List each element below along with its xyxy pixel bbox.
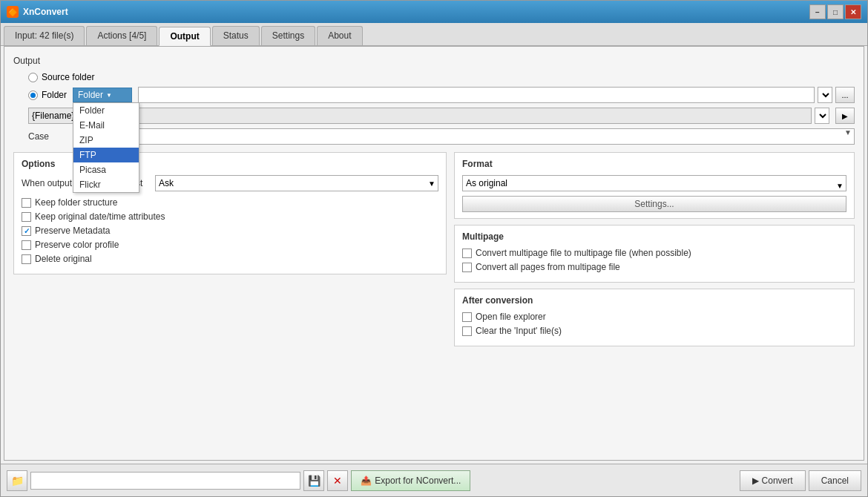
minimize-button[interactable]: − <box>809 4 826 19</box>
title-bar: 🔶 XnConvert − □ ✕ <box>1 1 867 23</box>
format-panel: Format As original JPEG PNG TIFF BMP GIF… <box>454 152 855 219</box>
delete-button[interactable]: ✕ <box>327 470 348 491</box>
source-folder-label: Source folder <box>42 72 94 82</box>
folder-dropdown[interactable]: Folder ▼ <box>73 88 132 102</box>
keep-date-row: Keep original date/time attributes <box>22 211 438 222</box>
open-explorer-row: Open file explorer <box>462 312 846 322</box>
dropdown-item-zip[interactable]: ZIP <box>73 133 139 148</box>
keep-folder-row: Keep folder structure <box>22 197 438 208</box>
when-exists-select[interactable]: Ask Overwrite Skip Rename <box>155 175 438 191</box>
output-section-label: Output <box>13 56 855 66</box>
content-layout: Options When output files already exist … <box>13 152 855 346</box>
export-icon: 📤 <box>361 475 372 486</box>
folder-path-input[interactable] <box>138 87 815 103</box>
convert-button[interactable]: ▶ Convert <box>740 470 806 491</box>
tab-settings[interactable]: Settings <box>261 26 315 45</box>
delete-original-row: Delete original <box>22 254 438 264</box>
open-explorer-checkbox[interactable] <box>462 312 472 322</box>
folder-icon: 📁 <box>11 475 24 487</box>
tab-output[interactable]: Output <box>159 27 210 46</box>
preserve-color-label: Preserve color profile <box>35 240 119 250</box>
path-row: ... <box>138 87 855 103</box>
clear-input-checkbox[interactable] <box>462 326 472 336</box>
preserve-metadata-label: Preserve Metadata <box>35 226 110 236</box>
keep-folder-checkbox[interactable] <box>22 198 31 208</box>
tab-actions[interactable]: Actions [4/5] <box>86 26 157 45</box>
folder-radio[interactable] <box>28 90 38 100</box>
open-explorer-label: Open file explorer <box>476 312 546 322</box>
preserve-color-row: Preserve color profile <box>22 240 438 250</box>
convert-all-pages-checkbox[interactable] <box>462 263 472 272</box>
export-label: Export for NConvert... <box>375 475 461 486</box>
tab-status[interactable]: Status <box>212 26 260 45</box>
folder-dropdown-value: Folder <box>78 90 103 100</box>
convert-icon: ▶ <box>752 475 759 486</box>
folder-path-dropdown[interactable] <box>818 87 832 103</box>
tab-bar: Input: 42 file(s) Actions [4/5] Output S… <box>1 23 867 46</box>
convert-label: Convert <box>762 475 793 486</box>
multipage-title: Multipage <box>462 231 846 242</box>
clear-input-row: Clear the 'Input' file(s) <box>462 326 846 336</box>
delete-original-label: Delete original <box>35 254 92 264</box>
main-window: 🔶 XnConvert − □ ✕ Input: 42 file(s) Acti… <box>0 0 868 497</box>
window-title: XnConvert <box>23 7 809 17</box>
folder-dropdown-wrapper: Folder ▼ Folder E-Mail ZIP FTP Picasa Fl… <box>73 88 132 102</box>
settings-button[interactable]: Settings... <box>462 196 846 212</box>
app-icon: 🔶 <box>7 6 19 18</box>
delete-original-checkbox[interactable] <box>22 254 31 264</box>
source-folder-radio[interactable] <box>28 73 38 82</box>
format-title: Format <box>462 159 846 169</box>
preserve-metadata-row: Preserve Metadata <box>22 226 438 236</box>
close-button[interactable]: ✕ <box>845 4 861 19</box>
bottom-folder-button[interactable]: 📁 <box>7 470 27 491</box>
export-button[interactable]: 📤 Export for NConvert... <box>351 470 470 491</box>
after-conversion-panel: After conversion Open file explorer Clea… <box>454 289 855 346</box>
keep-date-checkbox[interactable] <box>22 212 31 222</box>
save-icon: 💾 <box>308 475 320 487</box>
folder-dropdown-arrow: ▼ <box>106 92 112 99</box>
right-column: Format As original JPEG PNG TIFF BMP GIF… <box>454 152 855 346</box>
after-conversion-title: After conversion <box>462 295 846 306</box>
convert-all-pages-label: Convert all pages from multipage file <box>476 262 620 272</box>
convert-multipage-label: Convert multipage file to multipage file… <box>476 248 691 258</box>
when-exists-select-wrapper: Ask Overwrite Skip Rename ▼ <box>155 175 438 191</box>
filename-play-button[interactable]: ▶ <box>835 108 855 124</box>
cancel-button[interactable]: Cancel <box>809 470 861 491</box>
window-controls: − □ ✕ <box>809 4 861 19</box>
folder-row: Folder Folder ▼ Folder E-Mail ZIP FTP Pi… <box>28 87 855 103</box>
format-select-wrapper: As original JPEG PNG TIFF BMP GIF WebP ▼ <box>462 175 846 196</box>
case-select[interactable]: No change Uppercase Lowercase <box>73 128 855 145</box>
filename-input[interactable] <box>28 108 812 124</box>
dropdown-item-folder[interactable]: Folder <box>73 103 139 118</box>
filename-row: ▶ <box>28 108 855 124</box>
filename-input-row: ▶ <box>28 108 855 124</box>
bottom-path-input[interactable] <box>30 472 300 490</box>
tab-about[interactable]: About <box>317 26 362 45</box>
preserve-metadata-checkbox[interactable] <box>22 226 31 236</box>
convert-multipage-row: Convert multipage file to multipage file… <box>462 248 846 258</box>
dropdown-item-flickr[interactable]: Flickr <box>73 177 139 192</box>
keep-date-label: Keep original date/time attributes <box>35 211 165 222</box>
save-button[interactable]: 💾 <box>303 470 324 491</box>
case-label: Case <box>28 131 73 142</box>
preserve-color-checkbox[interactable] <box>22 240 31 250</box>
clear-input-label: Clear the 'Input' file(s) <box>476 326 562 336</box>
maximize-button[interactable]: □ <box>827 4 844 19</box>
multipage-panel: Multipage Convert multipage file to mult… <box>454 225 855 283</box>
convert-multipage-checkbox[interactable] <box>462 249 472 258</box>
keep-folder-label: Keep folder structure <box>35 197 117 208</box>
filename-dropdown[interactable] <box>815 108 829 124</box>
folder-dropdown-menu: Folder E-Mail ZIP FTP Picasa Flickr <box>73 102 139 193</box>
dropdown-item-email[interactable]: E-Mail <box>73 118 139 133</box>
tab-input[interactable]: Input: 42 file(s) <box>4 26 85 45</box>
format-select[interactable]: As original JPEG PNG TIFF BMP GIF WebP <box>462 175 846 191</box>
dropdown-item-picasa[interactable]: Picasa <box>73 162 139 177</box>
browse-button[interactable]: ... <box>835 87 855 103</box>
case-row: Case No change Uppercase Lowercase ▼ <box>28 128 855 145</box>
delete-icon: ✕ <box>333 475 342 487</box>
main-content: Output Source folder Folder Folder ▼ Fol… <box>4 46 864 461</box>
case-select-wrapper: No change Uppercase Lowercase ▼ <box>73 128 855 145</box>
convert-all-pages-row: Convert all pages from multipage file <box>462 262 846 272</box>
source-folder-row: Source folder <box>28 72 855 82</box>
dropdown-item-ftp[interactable]: FTP <box>73 148 139 162</box>
